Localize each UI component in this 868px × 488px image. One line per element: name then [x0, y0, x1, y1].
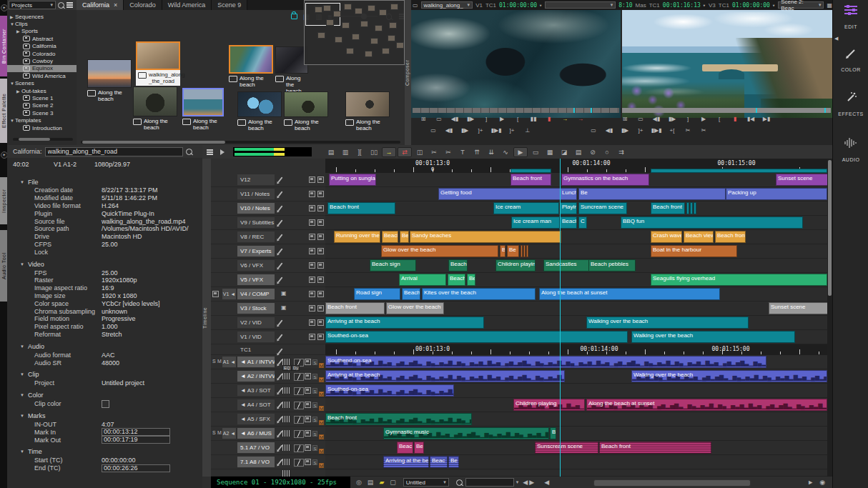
- untitled-select[interactable]: Untitled ▾: [403, 478, 449, 487]
- link-icon[interactable]: ⇉: [615, 148, 628, 156]
- sidebar-item-california[interactable]: California: [7, 43, 77, 50]
- section-clip[interactable]: ▼Clip: [7, 370, 202, 379]
- project-hscrollbar[interactable]: [13, 138, 73, 141]
- tab-california[interactable]: California×: [77, 0, 124, 10]
- track-button-a5[interactable]: ◄ A5 / SFX: [237, 414, 275, 424]
- timeline-rail[interactable]: Timeline: [202, 159, 211, 477]
- timecode-ruler[interactable]: 00:01:13:000:01:14:0000:01:15:00: [325, 344, 827, 355]
- solo-button[interactable]: S: [312, 359, 317, 365]
- timeline-clip[interactable]: Along the beach at sunset▂▅▃▇▂▆▄▁▅▃▆▂▇▃▅…: [586, 399, 827, 411]
- waveform-icon[interactable]: [282, 416, 291, 422]
- timeline-clip[interactable]: Boat in the harbour: [651, 245, 737, 257]
- chevron-down-icon[interactable]: ▼: [20, 372, 25, 377]
- sidebar-item-abstract[interactable]: Abstract: [7, 35, 77, 42]
- chevron-down-icon[interactable]: ▼: [20, 262, 25, 267]
- timeline-clip[interactable]: Beach: [560, 216, 577, 229]
- step-back-10-button[interactable]: ◀▮: [441, 126, 457, 134]
- timeline-clip[interactable]: Beach front: [599, 442, 711, 454]
- record-monitor-icon[interactable]: [309, 205, 315, 211]
- step-fwd-10-button[interactable]: ▮▶: [617, 126, 633, 134]
- overwrite-icon[interactable]: ⇄: [398, 147, 412, 157]
- pencil-icon[interactable]: [277, 205, 282, 211]
- timeline-clip[interactable]: Beach front▂▅▃▇▂▆▄▁▅▃▆▂▇▃▅▁▄▆▂▅▇▃▁▆▄▂▅▃▇…: [325, 413, 472, 425]
- record-target-icon[interactable]: ◎: [356, 479, 362, 486]
- timeline-clip[interactable]: Arrival: [399, 274, 446, 286]
- waveform-icon[interactable]: [282, 470, 291, 477]
- waveform-icon[interactable]: [282, 430, 291, 437]
- trim-start-button[interactable]: +[: [664, 126, 680, 134]
- source-monitor[interactable]: [411, 10, 621, 118]
- mute-button[interactable]: M: [319, 406, 324, 411]
- timeline-clip[interactable]: Crash wave: [651, 231, 682, 243]
- track-button-v9[interactable]: V9 / Subtitles: [237, 217, 275, 228]
- chevron-down-icon[interactable]: ▼: [20, 414, 25, 418]
- timeline-clip[interactable]: Seagulls flying overhead: [651, 274, 827, 286]
- timeline-clip[interactable]: Southed-on-sea▂▅▃▇▂▆▄▁▅▃▆▂▇▃▅▁▄▆▂▅▇▃▁▆▄▂…: [325, 384, 454, 397]
- timeline-clip[interactable]: Gymnastic music▂▅▃▇▂▆▄▁▅▃▆▂▇▃▅▁▄▆▂▅▇▃▁▆▄…: [383, 427, 549, 439]
- timeline-clip[interactable]: Gymnastics on the beach: [561, 174, 649, 186]
- field-input[interactable]: 00:00:26:26: [102, 464, 170, 472]
- sidebar-item-sports[interactable]: ▶Sports: [7, 28, 77, 35]
- prev-icon[interactable]: ◀: [523, 479, 528, 486]
- mute-button[interactable]: M: [319, 463, 324, 468]
- timeline-clip[interactable]: Beach: [448, 274, 465, 286]
- source-monitor-icon[interactable]: [317, 334, 324, 340]
- text-tool-icon[interactable]: T: [456, 148, 469, 156]
- sidebar-item-scene-1[interactable]: Scene 1: [7, 94, 77, 101]
- timeline-clip[interactable]: Beach: [448, 259, 468, 272]
- clip-name-button-button[interactable]: ▭: [633, 115, 648, 123]
- razor-icon[interactable]: ✂: [442, 148, 455, 156]
- timeline-clip[interactable]: Beach front: [511, 174, 551, 186]
- section-audio[interactable]: ▼Audio: [7, 342, 202, 351]
- solo-button[interactable]: S: [212, 430, 216, 435]
- timeline-clip[interactable]: Road sign: [354, 288, 400, 300]
- color-pen-icon[interactable]: [833, 47, 868, 61]
- grid-button-button[interactable]: ⊞: [617, 115, 633, 123]
- tab-scene-9[interactable]: Scene 9: [212, 0, 247, 10]
- bin-clip[interactable]: Along the beach: [237, 91, 282, 131]
- timeline-clip[interactable]: Children playing: [495, 259, 536, 272]
- monitor-icon[interactable]: [305, 430, 311, 437]
- timeline-clip[interactable]: Beach: [382, 231, 398, 243]
- solo-button[interactable]: S: [312, 459, 317, 465]
- solo-button[interactable]: S: [312, 431, 317, 437]
- solo-button[interactable]: S: [312, 445, 317, 451]
- source-monitor-icon[interactable]: [317, 176, 324, 183]
- timeline-clip[interactable]: Sunset scene: [769, 302, 827, 314]
- mute-button[interactable]: M: [319, 363, 324, 368]
- rail-tab-inspector[interactable]: Inspector: [0, 177, 7, 224]
- patch-button[interactable]: V1 ◄: [222, 289, 236, 299]
- timeline-clip[interactable]: Putting on sunglas: [329, 174, 376, 186]
- track-button-v10[interactable]: V10 / Notes: [237, 203, 275, 214]
- timeline-clip[interactable]: Lunch: [560, 188, 577, 200]
- pencil-icon[interactable]: [277, 191, 282, 196]
- track-button-v5[interactable]: V5 / VFX: [237, 274, 275, 285]
- timeline-clip[interactable]: Kites over the beach: [422, 288, 536, 300]
- grid-icon[interactable]: ▦: [543, 148, 556, 156]
- record-monitor-icon[interactable]: [309, 191, 315, 197]
- sidebar-item-audio[interactable]: AUDIO: [833, 157, 868, 162]
- source-monitor-icon[interactable]: [317, 219, 324, 226]
- track-button-a1[interactable]: ◄ A1 / INTVW: [237, 357, 275, 367]
- timeline-clip[interactable]: Southend-on-sea▂▅▃▇▂▆▄▁▅▃▆▂▇▃▅▁▄▆▂▅▇▃▁▆▄…: [325, 356, 766, 368]
- tab-wild-america[interactable]: Wild America: [162, 0, 212, 10]
- record-monitor-icon[interactable]: [309, 262, 315, 269]
- track-button-a2[interactable]: ◄ A2 / INTVW: [237, 371, 275, 382]
- chevron-down-icon[interactable]: ▼: [20, 393, 25, 397]
- trim-mode-icon[interactable]: ][: [353, 148, 366, 156]
- waveform-icon[interactable]: [282, 359, 291, 365]
- timeline-clip[interactable]: Sunset scene: [776, 174, 827, 186]
- source-monitor-icon[interactable]: [317, 305, 324, 312]
- timeline-clip[interactable]: Glow over the beach: [386, 302, 444, 314]
- timeline-clip[interactable]: Be: [467, 274, 475, 286]
- projects-select[interactable]: Projects ▾: [9, 1, 56, 9]
- track-button-a3[interactable]: ◄ A3 / SOT: [237, 385, 275, 396]
- bin-clip[interactable]: Along the beach: [133, 86, 177, 131]
- section-time[interactable]: ▼Time: [7, 447, 202, 457]
- sidebar-item-scene-3[interactable]: Scene 3: [7, 109, 77, 116]
- mark-down-icon[interactable]: ⇊: [485, 148, 498, 156]
- timeline-clip[interactable]: Arriving at the beach: [325, 317, 484, 329]
- chevron-down-icon[interactable]: ▼: [20, 449, 25, 454]
- mute-button[interactable]: M: [319, 392, 324, 397]
- timeline-clip[interactable]: Beach pebbles: [588, 259, 636, 272]
